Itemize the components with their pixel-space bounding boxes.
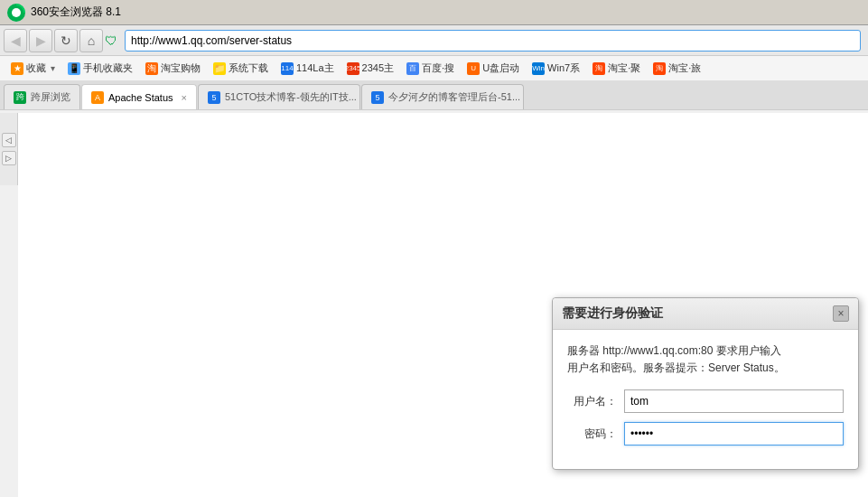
address-input[interactable] [125, 30, 861, 52]
taobao-icon: 淘 [145, 62, 158, 75]
forward-icon: ▶ [36, 33, 46, 48]
tab-apache-label: Apache Status [108, 92, 173, 103]
tab-jixiya-icon: 5 [371, 91, 384, 104]
tab-51cto-icon: 5 [208, 91, 220, 104]
win7-icon: Win [532, 62, 545, 75]
password-row: 密码： [567, 422, 844, 445]
username-input[interactable] [624, 389, 844, 413]
dialog-message: 服务器 http://www1.qq.com:80 要求用户输入用户名和密码。服… [567, 342, 844, 377]
bookmark-collect-label: 收藏 [26, 61, 46, 75]
bookmark-phone[interactable]: 📱 手机收藏夹 [62, 60, 138, 77]
bookmark-baidu[interactable]: 百 百度·搜 [401, 60, 460, 77]
bookmark-win7-label: Win7系 [547, 61, 580, 75]
baidu-icon: 百 [406, 62, 419, 75]
bookmark-2345[interactable]: 2345 2345主 [341, 60, 399, 77]
browser-logo [7, 4, 25, 22]
bookmark-tb3[interactable]: 淘 淘宝·旅 [648, 60, 706, 77]
username-row: 用户名： [567, 389, 844, 413]
tab-kuaping-label: 跨屏浏览 [31, 90, 70, 104]
phone-icon: 📱 [68, 62, 80, 75]
username-label: 用户名： [567, 394, 617, 409]
bookmark-114[interactable]: 114 114La主 [275, 60, 340, 77]
bookmark-2345-label: 2345主 [362, 61, 394, 75]
bookmark-taobao[interactable]: 淘 淘宝购物 [140, 60, 206, 77]
collect-icon: ★ [11, 62, 23, 75]
dialog-title-bar: 需要进行身份验证 × [553, 298, 858, 330]
sidenav-up-button[interactable]: ◁ [2, 133, 16, 147]
dialog-title: 需要进行身份验证 [562, 305, 663, 322]
home-icon: ⌂ [88, 33, 95, 48]
bookmark-tb2[interactable]: 淘 淘宝·聚 [587, 60, 646, 77]
bookmark-collect[interactable]: ★ 收藏 ▾ [5, 60, 61, 77]
114-icon: 114 [281, 62, 294, 75]
u-icon: U [467, 62, 480, 75]
tb2-icon: 淘 [593, 62, 605, 75]
bookmark-tb2-label: 淘宝·聚 [608, 61, 640, 75]
main-content: 需要进行身份验证 × 服务器 http://www1.qq.com:80 要求用… [18, 113, 868, 497]
forward-button[interactable]: ▶ [29, 29, 52, 52]
bookmark-win7[interactable]: Win Win7系 [527, 60, 585, 77]
tab-jixiya[interactable]: 5 今夕河夕的博客管理后台-51... × [361, 84, 524, 109]
bookmark-u-label: U盘启动 [482, 61, 519, 75]
bookmark-u[interactable]: U U盘启动 [462, 60, 525, 77]
dialog-close-button[interactable]: × [833, 305, 849, 322]
tab-jixiya-label: 今夕河夕的博客管理后台-51... [388, 90, 520, 104]
svg-point-1 [12, 8, 21, 17]
dialog-body: 服务器 http://www1.qq.com:80 要求用户输入用户名和密码。服… [553, 330, 858, 469]
side-nav: ◁ ▷ [0, 113, 18, 185]
collect-arrow-icon: ▾ [51, 63, 55, 73]
dialog-overlay: 需要进行身份验证 × 服务器 http://www1.qq.com:80 要求用… [18, 113, 868, 497]
browser-title: 360安全浏览器 8.1 [31, 5, 121, 20]
password-label: 密码： [567, 427, 617, 442]
bookmark-114-label: 114La主 [296, 61, 334, 75]
dialog-close-icon: × [837, 307, 844, 320]
tb3-icon: 淘 [653, 62, 666, 75]
tab-kuaping[interactable]: 跨 跨屏浏览 [4, 84, 80, 109]
tab-51cto-label: 51CTO技术博客-领先的IT技... [225, 90, 357, 104]
bookmark-phone-label: 手机收藏夹 [83, 61, 133, 75]
refresh-button[interactable]: ↻ [54, 29, 78, 52]
tab-kuaping-icon: 跨 [14, 91, 26, 104]
bookmark-download-label: 系统下载 [229, 61, 268, 75]
tab-apache-icon: A [91, 91, 104, 104]
bookmarks-bar: ★ 收藏 ▾ 📱 手机收藏夹 淘 淘宝购物 📁 系统下载 114 114La主 … [0, 56, 868, 81]
bookmark-baidu-label: 百度·搜 [422, 61, 454, 75]
folder-icon: 📁 [213, 62, 226, 75]
password-input[interactable] [624, 422, 844, 445]
tabs-bar: 跨 跨屏浏览 A Apache Status × 5 51CTO技术博客-领先的… [0, 81, 868, 110]
back-icon: ◀ [11, 33, 21, 48]
shield-icon: 🛡 [105, 33, 117, 48]
bookmark-download[interactable]: 📁 系统下载 [208, 60, 274, 77]
nav-bar: ◀ ▶ ↻ ⌂ 🛡 [0, 25, 868, 56]
refresh-icon: ↻ [61, 33, 71, 48]
title-bar: 360安全浏览器 8.1 [0, 0, 868, 25]
sidenav-down-button[interactable]: ▷ [2, 151, 16, 165]
bookmark-tb3-label: 淘宝·旅 [668, 61, 701, 75]
tab-apache-close[interactable]: × [182, 92, 187, 103]
back-button[interactable]: ◀ [4, 29, 27, 52]
home-button[interactable]: ⌂ [79, 29, 103, 52]
bookmark-taobao-label: 淘宝购物 [161, 61, 201, 75]
tab-51cto[interactable]: 5 51CTO技术博客-领先的IT技... × [198, 84, 360, 109]
2345-icon: 2345 [347, 62, 359, 75]
auth-dialog: 需要进行身份验证 × 服务器 http://www1.qq.com:80 要求用… [552, 297, 859, 470]
tab-apache[interactable]: A Apache Status × [81, 84, 197, 109]
